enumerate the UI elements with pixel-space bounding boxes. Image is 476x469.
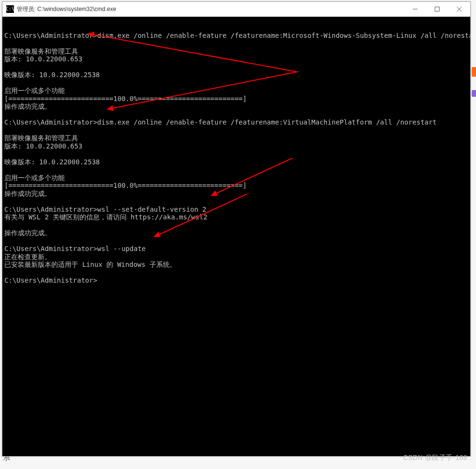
terminal-line: 已安装最新版本的适用于 Linux 的 Windows 子系统。 <box>4 261 468 269</box>
terminal-line <box>4 79 468 87</box>
terminal-line <box>4 111 468 119</box>
app-icon: C:\ <box>6 5 14 13</box>
terminal-line <box>4 150 468 158</box>
terminal-line <box>4 63 468 71</box>
side-tab-purple <box>472 90 476 97</box>
terminal-line: [==========================100.0%=======… <box>4 95 468 103</box>
terminal-line: [==========================100.0%=======… <box>4 182 468 190</box>
terminal-line: C:\Users\Administrator>wsl --set-default… <box>4 206 468 214</box>
terminal-line <box>4 166 468 174</box>
terminal-line: 部署映像服务和管理工具 <box>4 47 468 56</box>
terminal-output[interactable]: C:\Users\Administrator>dism.exe /online … <box>2 17 470 456</box>
svg-rect-1 <box>435 7 440 11</box>
minimize-button[interactable] <box>404 2 426 16</box>
close-button[interactable] <box>448 2 470 16</box>
terminal-line <box>4 126 468 135</box>
terminal-line: 部署映像服务和管理工具 <box>4 134 468 142</box>
terminal-line <box>4 269 468 277</box>
maximize-icon <box>435 7 440 11</box>
terminal-line: 映像版本: 10.0.22000.2538 <box>4 158 468 166</box>
terminal-line: C:\Users\Administrator>dism.exe /online … <box>4 32 468 40</box>
terminal-line: C:\Users\Administrator>wsl --update <box>4 245 468 253</box>
terminal-line: 版本: 10.0.22000.653 <box>4 142 468 150</box>
terminal-line: 正在检查更新。 <box>4 253 468 261</box>
terminal-line: 操作成功完成。 <box>4 229 468 237</box>
terminal-line: 有关与 WSL 2 关键区别的信息，请访问 https://aka.ms/wsl… <box>4 213 468 221</box>
close-icon <box>457 7 462 11</box>
terminal-line: C:\Users\Administrator> <box>4 276 468 285</box>
side-tab-orange <box>472 67 476 77</box>
terminal-line: C:\Users\Administrator>dism.exe /online … <box>4 118 468 126</box>
terminal-line <box>4 221 468 229</box>
terminal-line: 启用一个或多个功能 <box>4 174 468 182</box>
terminal-line <box>4 197 468 206</box>
terminal-line <box>4 23 468 32</box>
terminal-line: 操作成功完成。 <box>4 103 468 111</box>
watermark: CSDN @段子手-168 <box>403 454 467 462</box>
minimize-icon <box>413 7 418 11</box>
terminal-line: 版本: 10.0.22000.653 <box>4 55 468 63</box>
terminal-line: 映像版本: 10.0.22000.2538 <box>4 71 468 79</box>
terminal-line: 启用一个或多个功能 <box>4 87 468 95</box>
terminal-line <box>4 39 468 47</box>
terminal-line <box>4 237 468 245</box>
maximize-button[interactable] <box>426 2 448 16</box>
titlebar[interactable]: C:\ 管理员: C:\windows\system32\cmd.exe <box>2 2 470 17</box>
cmd-window: C:\ 管理员: C:\windows\system32\cmd.exe C:\… <box>2 1 471 457</box>
window-title: 管理员: C:\windows\system32\cmd.exe <box>17 5 116 13</box>
terminal-line: 操作成功完成。 <box>4 190 468 198</box>
